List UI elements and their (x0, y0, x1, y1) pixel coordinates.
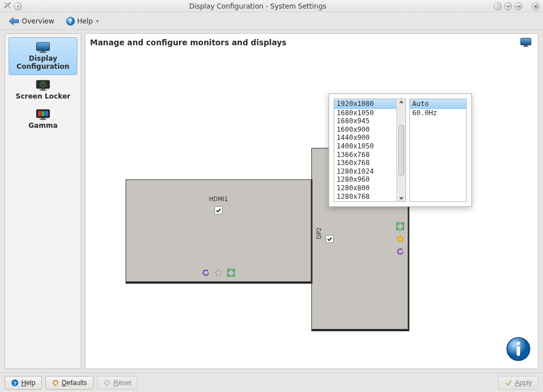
undo-icon (103, 379, 111, 387)
svg-rect-14 (45, 111, 48, 116)
refresh-rate-listbox[interactable]: Auto60.0Hz (409, 99, 467, 202)
reset-button[interactable]: Reset (97, 376, 138, 390)
resolution-option[interactable]: 1400x1050 (334, 142, 396, 151)
window-maximize-button[interactable] (514, 2, 522, 10)
resolution-option[interactable]: 1680x945 (334, 117, 396, 126)
help-icon: ? (66, 17, 75, 26)
svg-rect-12 (38, 111, 41, 116)
help-icon: ? (11, 379, 19, 387)
svg-text:?: ? (69, 18, 72, 25)
resolution-popup: 1920x10801680x10501680x9451600x9001440x9… (329, 93, 472, 207)
sidebar-item-label: Gamma (28, 122, 57, 130)
system-tools-icon[interactable] (3, 1, 11, 11)
primary-star-icon[interactable] (213, 268, 224, 278)
defaults-button-label-rest: efaults (67, 379, 87, 387)
reset-button-label-rest: eset (118, 379, 131, 387)
svg-rect-6 (40, 52, 46, 53)
svg-rect-8 (41, 88, 45, 89)
help-label: Help (77, 17, 93, 25)
svg-rect-5 (41, 51, 45, 52)
resolution-icon[interactable] (395, 221, 405, 232)
sidebar-item-display-configuration[interactable]: Display Configuration (9, 37, 77, 75)
back-arrow-icon (8, 16, 19, 26)
resolution-option[interactable]: 1600x900 (334, 126, 396, 134)
identify-displays-icon[interactable] (519, 37, 532, 48)
resolution-option[interactable]: 1360x768 (334, 159, 396, 167)
monitor-actions (395, 221, 405, 257)
sidebar: Display Configuration Screen Locker Gamm… (5, 33, 81, 369)
window-title: Display Configuration - System Settings (22, 2, 494, 10)
sidebar-item-screen-locker[interactable]: Screen Locker (9, 75, 77, 105)
svg-rect-16 (40, 119, 46, 120)
apply-button[interactable]: Apply (498, 376, 538, 390)
monitor-actions (201, 268, 236, 278)
monitor-label: HDMI1 (209, 196, 228, 202)
resolution-listbox[interactable]: 1920x10801680x10501680x9451600x9001440x9… (334, 99, 406, 202)
resolution-option[interactable]: 1280x800 (334, 184, 396, 193)
monitor-label: DP2 (316, 227, 322, 238)
svg-rect-4 (37, 42, 50, 50)
monitor-lock-icon (35, 79, 51, 92)
monitor-hdmi1[interactable]: HDMI1 (126, 179, 312, 284)
resolution-icon[interactable] (226, 268, 236, 278)
svg-text:?: ? (13, 380, 17, 386)
monitor-enabled-checkbox[interactable] (214, 206, 222, 214)
svg-rect-24 (517, 346, 520, 356)
sidebar-item-gamma[interactable]: Gamma (9, 104, 77, 134)
refresh-rate-option[interactable]: Auto (410, 99, 466, 109)
undo-icon (52, 379, 60, 387)
refresh-rate-option[interactable]: 60.0Hz (410, 109, 466, 117)
window-shade-button[interactable] (14, 2, 22, 10)
resolution-option[interactable]: 1440x900 (334, 134, 396, 142)
svg-rect-15 (41, 118, 45, 119)
content-header: Manage and configure monitors and displa… (85, 34, 538, 50)
chevron-down-icon: ▾ (96, 18, 99, 24)
scrollbar[interactable] (396, 99, 405, 201)
main-toolbar: Overview ? Help ▾ (0, 13, 543, 30)
page-title: Manage and configure monitors and displa… (90, 38, 286, 47)
window-minimize-button[interactable] (504, 2, 512, 10)
resolution-option[interactable]: 1280x768 (334, 193, 396, 201)
rotate-icon[interactable] (201, 268, 211, 278)
main-area: Display Configuration Screen Locker Gamm… (0, 30, 543, 373)
svg-rect-19 (524, 46, 529, 46)
titlebar-right-controls: ? (494, 2, 540, 10)
defaults-button[interactable]: Defaults (45, 376, 93, 390)
monitor-icon (35, 41, 51, 54)
overview-button[interactable]: Overview (5, 14, 58, 28)
svg-rect-9 (40, 89, 46, 91)
monitor-enabled-checkbox[interactable] (326, 235, 334, 243)
display-layout-canvas[interactable]: DP2 HDMI1 (85, 53, 538, 369)
scroll-down-icon[interactable] (399, 197, 404, 200)
scroll-thumb[interactable] (399, 125, 404, 175)
footer-buttons: ? Help Defaults Reset Apply (0, 373, 543, 392)
content-panel: Manage and configure monitors and displa… (85, 33, 538, 369)
resolution-option[interactable]: 1152x864 (334, 201, 396, 201)
svg-point-0 (17, 5, 19, 7)
resolution-option[interactable]: 1366x768 (334, 151, 396, 159)
checkmark-icon (505, 379, 513, 387)
monitor-gamma-icon (35, 108, 51, 121)
primary-star-icon[interactable] (395, 234, 405, 244)
titlebar-left-controls (3, 1, 22, 11)
info-icon[interactable] (506, 336, 531, 362)
svg-rect-13 (41, 111, 44, 116)
overview-label: Overview (22, 17, 54, 25)
window-help-button[interactable]: ? (494, 2, 502, 10)
window-close-button[interactable] (532, 2, 540, 10)
sidebar-item-label: Screen Locker (15, 93, 70, 101)
window-titlebar: Display Configuration - System Settings … (0, 0, 543, 13)
help-menu-button[interactable]: ? Help ▾ (62, 15, 103, 28)
rotate-icon[interactable] (395, 246, 405, 257)
resolution-option[interactable]: 1280x960 (334, 175, 396, 184)
help-button[interactable]: ? Help (5, 376, 42, 390)
scroll-up-icon[interactable] (399, 100, 404, 103)
sidebar-item-label: Display Configuration (9, 55, 77, 71)
svg-point-23 (517, 342, 520, 345)
resolution-option[interactable]: 1920x1080 (334, 99, 396, 109)
svg-rect-17 (521, 38, 531, 45)
svg-rect-18 (524, 45, 527, 46)
resolution-option[interactable]: 1680x1050 (334, 109, 396, 117)
resolution-option[interactable]: 1280x1024 (334, 167, 396, 176)
svg-text:?: ? (497, 4, 499, 9)
